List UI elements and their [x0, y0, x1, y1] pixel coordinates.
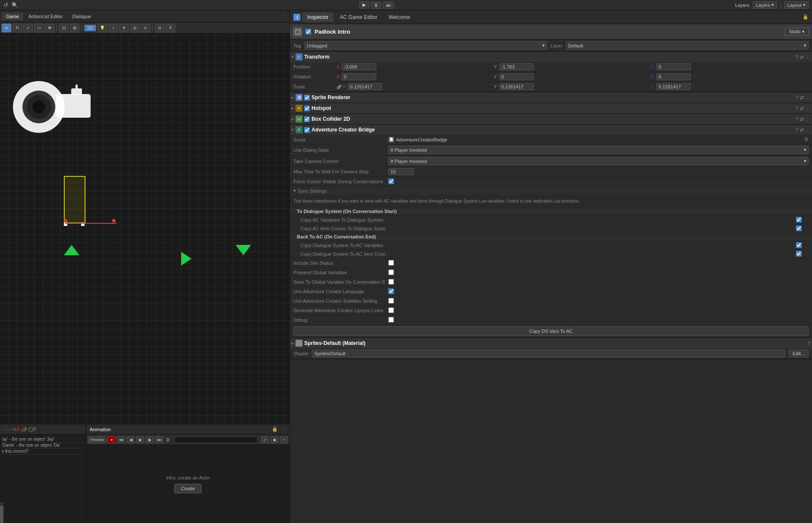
bc-more-btn[interactable]: ⋮ — [806, 116, 810, 122]
generate-ac-lipsync-checkbox[interactable] — [388, 307, 394, 313]
audio-btn[interactable]: ♪ — [108, 24, 118, 32]
tab-ac-game-editor[interactable]: AC Game Editor — [334, 13, 382, 22]
copy-ds-to-ac-items-checkbox[interactable] — [796, 251, 802, 257]
use-ac-subtitles-checkbox[interactable] — [388, 298, 394, 304]
scale-y-input[interactable] — [499, 83, 534, 90]
transform-header[interactable]: ⊹ Transform ? ⇄ ⋮ — [290, 52, 812, 62]
debug-checkbox[interactable] — [388, 317, 394, 323]
rotation-y-input[interactable] — [499, 73, 534, 80]
bc-help-btn[interactable]: ? — [796, 116, 798, 122]
ac-bridge-checkbox[interactable] — [304, 127, 310, 133]
static-dropdown-btn[interactable]: Static ▾ — [785, 28, 809, 36]
tab-inspector[interactable]: Inspector — [302, 13, 334, 22]
gizmo-btn[interactable]: ◎ — [130, 24, 139, 32]
position-x-input[interactable] — [342, 63, 376, 70]
material-help-btn[interactable]: ? — [808, 341, 810, 346]
sr-settings-btn[interactable]: ⇄ — [800, 95, 804, 100]
acb-more-btn[interactable]: ⋮ — [806, 127, 810, 133]
anim-lock-icon[interactable]: 🔒 — [272, 426, 278, 432]
scale-tool-btn[interactable]: ⤢ — [23, 24, 33, 32]
grid-btn[interactable]: # — [166, 24, 175, 32]
hotspot-header[interactable]: # Hotspot ? ⇄ ⋮ — [290, 103, 812, 113]
copy-ds-to-ac-vars-checkbox[interactable] — [796, 242, 802, 248]
shader-dropdown[interactable]: Sprites/Default — [312, 350, 785, 357]
history-icon[interactable]: ↺ — [3, 2, 8, 8]
tab-welcome[interactable]: Welcome — [384, 13, 415, 22]
layers-dropdown[interactable]: Layers — [753, 1, 777, 9]
position-z-input[interactable] — [656, 63, 691, 70]
sr-more-btn[interactable]: ⋮ — [806, 95, 810, 100]
material-header[interactable]: Sprites-Default (Material) ? — [290, 338, 812, 348]
tab-dialogue[interactable]: Dialogue — [68, 13, 95, 20]
2d-btn[interactable]: 2D — [84, 25, 96, 31]
fx-btn[interactable]: ✦ — [119, 24, 129, 32]
scale-z-input[interactable] — [656, 83, 691, 90]
hotspot-settings-btn[interactable]: ⇄ — [800, 106, 804, 111]
rotation-z-input[interactable] — [656, 73, 691, 80]
tabs-more-icon[interactable]: ⋮ — [280, 13, 288, 19]
anim-more-icon[interactable]: ⋮ — [281, 426, 286, 432]
global-tool-btn[interactable]: ⊞ — [70, 24, 79, 32]
console-scroll-thumb[interactable] — [0, 506, 3, 523]
play-button[interactable]: ▶ — [359, 1, 369, 9]
use-dialog-state-dropdown[interactable]: If Player Involved — [388, 146, 809, 154]
scene-viewport[interactable] — [0, 34, 290, 424]
sr-help-btn[interactable]: ? — [796, 95, 798, 100]
position-y-input[interactable] — [499, 63, 534, 70]
console-scrollbar[interactable] — [0, 502, 3, 523]
inspector-lock-icon[interactable]: 🔓 — [803, 14, 809, 20]
pivot-tool-btn[interactable]: ⊡ — [59, 24, 69, 32]
box-collider-checkbox[interactable] — [304, 116, 310, 122]
anim-next-btn[interactable]: ▶ — [146, 436, 154, 443]
force-cursor-checkbox[interactable] — [388, 179, 394, 184]
tab-actionlist[interactable]: ActionList Editor — [24, 13, 67, 20]
move-tool-btn[interactable]: ⊕ — [2, 24, 11, 32]
anim-key-btn[interactable]: ◆ — [271, 436, 278, 443]
combo-tool-btn[interactable]: ✥ — [45, 24, 54, 32]
copy-ds-vars-to-ac-btn[interactable]: Copy DS Vars To AC — [293, 326, 809, 336]
light-btn[interactable]: 💡 — [98, 24, 107, 32]
use-ac-language-checkbox[interactable] — [388, 288, 394, 294]
box-collider-header[interactable]: ▭ Box Collider 2D ? ⇄ ⋮ — [290, 114, 812, 124]
transform-more-btn[interactable]: ⋮ — [806, 54, 810, 60]
sprite-renderer-header[interactable]: 🖼 Sprite Renderer ? ⇄ ⋮ — [290, 92, 812, 103]
view-btn[interactable]: ⊙ — [155, 24, 164, 32]
max-time-wait-input[interactable] — [388, 168, 414, 175]
ac-bridge-header[interactable]: # Adventure Creator Bridge ? ⇄ ⋮ — [290, 125, 812, 135]
copy-ac-item-counts-checkbox[interactable] — [796, 225, 802, 231]
save-to-global-checkbox[interactable] — [388, 279, 394, 285]
search-icon[interactable]: 🔍 — [12, 2, 18, 8]
tab-animation[interactable]: Animation — [90, 427, 111, 432]
tab-console[interactable] — [6, 429, 13, 430]
tab-game[interactable]: Game — [2, 13, 23, 20]
copy-ac-vars-to-ds-checkbox[interactable] — [796, 217, 802, 222]
anim-last-btn[interactable]: ⏭ — [155, 436, 163, 443]
rotation-x-input[interactable] — [342, 73, 376, 80]
stats-btn[interactable]: ≡ — [141, 24, 150, 32]
pause-button[interactable]: ⏸ — [371, 2, 381, 9]
anim-timeline[interactable] — [174, 436, 258, 443]
sprite-renderer-checkbox[interactable] — [304, 95, 310, 100]
sync-settings-header[interactable]: Sync Settings — [290, 186, 812, 196]
prepend-global-vars-checkbox[interactable] — [388, 269, 394, 275]
anim-curve-btn[interactable]: ~ — [280, 436, 288, 443]
more-icon[interactable]: ⋮ — [2, 426, 6, 432]
gameobject-active-checkbox[interactable] — [305, 29, 311, 34]
anim-move-btn[interactable]: ⤢ — [261, 436, 269, 443]
script-settings-icon[interactable]: ⚙ — [804, 137, 809, 142]
layer-dropdown[interactable]: Default — [566, 41, 809, 50]
layout-dropdown[interactable]: Layout — [784, 1, 809, 9]
take-camera-control-dropdown[interactable]: If Player Involved — [388, 157, 809, 165]
anim-play-btn[interactable]: ▶ — [136, 436, 144, 443]
anim-prev-btn[interactable]: ◀ — [127, 436, 135, 443]
hotspot-help-btn[interactable]: ? — [796, 106, 798, 111]
scale-x-input[interactable] — [348, 83, 382, 90]
material-edit-btn[interactable]: Edit... — [789, 350, 809, 357]
anim-first-btn[interactable]: ⏮ — [117, 436, 125, 443]
hotspot-more-btn[interactable]: ⋮ — [806, 106, 810, 111]
step-button[interactable]: ⏭ — [383, 2, 394, 9]
rect-tool-btn[interactable]: ▭ — [34, 24, 44, 32]
rotate-tool-btn[interactable]: ↻ — [13, 24, 22, 32]
bc-settings-btn[interactable]: ⇄ — [800, 116, 804, 122]
transform-settings-btn[interactable]: ⇄ — [800, 54, 804, 60]
